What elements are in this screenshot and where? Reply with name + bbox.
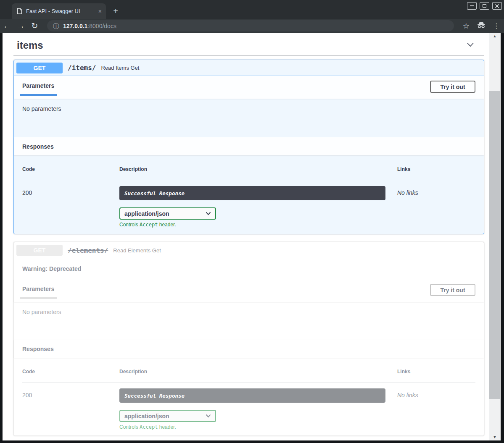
operation-path: /items/: [68, 64, 96, 72]
opblock-get-items: GET /items/ Read Items Get Parameters Tr…: [13, 60, 484, 234]
forward-icon[interactable]: →: [14, 22, 28, 30]
browser-tab[interactable]: Fast API - Swagger UI ×: [12, 3, 106, 19]
response-code: 200: [22, 388, 119, 430]
media-type-select[interactable]: application/json: [119, 207, 216, 220]
opblock-get-elements-deprecated: GET /elements/ Read Elements Get Warning…: [13, 242, 484, 436]
parameters-header: Parameters Try it out: [14, 76, 484, 99]
url-path: :8000/docs: [87, 23, 116, 29]
tab-strip: Fast API - Swagger UI × +: [0, 0, 504, 19]
page-favicon-icon: [17, 8, 22, 14]
browser-toolbar: ← → ↻ ⓘ 127.0.0.1:8000/docs: [0, 19, 504, 33]
hint-code: Accept: [140, 424, 158, 430]
parameters-tab[interactable]: Parameters: [20, 82, 57, 96]
operation-path: /elements/: [68, 246, 108, 254]
try-it-out-button[interactable]: Try it out: [430, 81, 475, 93]
toolbar-actions: ☆ ⋮: [463, 19, 500, 33]
response-row: 200 Successful Response application/json…: [22, 186, 475, 228]
media-type-value: application/json: [124, 413, 169, 419]
response-row: 200 Successful Response application/json…: [22, 388, 475, 430]
response-description-box: Successful Response: [119, 186, 385, 200]
back-icon[interactable]: ←: [0, 22, 14, 30]
chevron-down-icon[interactable]: [466, 40, 475, 51]
responses-title: Responses: [22, 143, 54, 150]
window-controls: [467, 2, 502, 10]
opblock-summary[interactable]: GET /elements/ Read Elements Get: [14, 242, 484, 258]
no-parameters-text: No parameters: [14, 99, 484, 137]
description-column-header: Description: [119, 166, 397, 172]
hint-suffix: header.: [158, 222, 176, 228]
description-column-header: Description: [119, 369, 397, 375]
incognito-icon: [477, 21, 486, 30]
minimize-icon: [470, 5, 474, 6]
new-tab-button[interactable]: +: [110, 6, 121, 17]
method-badge: GET: [16, 245, 63, 256]
hint-suffix: header.: [158, 424, 176, 430]
response-links: No links: [397, 186, 475, 228]
code-column-header: Code: [22, 369, 119, 375]
maximize-button[interactable]: [480, 2, 489, 10]
bookmark-star-icon[interactable]: ☆: [463, 21, 470, 31]
minimize-button[interactable]: [467, 2, 477, 10]
responses-table-head: Code Description Links: [22, 166, 475, 180]
response-links: No links: [397, 388, 475, 430]
response-description-cell: Successful Response application/json Con…: [119, 186, 397, 228]
tab-title: Fast API - Swagger UI: [26, 8, 95, 14]
media-type-value: application/json: [124, 210, 169, 217]
response-description-cell: Successful Response application/json Con…: [119, 388, 397, 430]
opblock-summary[interactable]: GET /items/ Read Items Get: [14, 60, 484, 76]
tag-title: items: [17, 39, 43, 51]
close-button[interactable]: [492, 2, 502, 10]
deprecated-warning-row: Warning: Deprecated: [14, 258, 484, 279]
accept-header-hint: Controls Accept header.: [119, 424, 397, 430]
links-column-header: Links: [397, 369, 475, 375]
page-scrollbar[interactable]: ▲ ▼: [489, 33, 501, 440]
hint-code: Accept: [140, 222, 158, 228]
reload-icon[interactable]: ↻: [28, 22, 42, 30]
close-icon: [495, 4, 499, 8]
no-parameters-text: No parameters: [14, 302, 484, 340]
site-info-icon[interactable]: ⓘ: [53, 23, 59, 29]
maximize-icon: [483, 4, 486, 8]
links-column-header: Links: [397, 166, 475, 172]
page-content: items GET /items/ Read Items Get Paramet…: [3, 33, 489, 440]
parameters-header: Parameters Try it out: [14, 279, 484, 302]
scroll-up-icon[interactable]: ▲: [489, 33, 501, 39]
tag-section-header[interactable]: items: [13, 38, 484, 53]
hint-prefix: Controls: [119, 222, 140, 228]
responses-header: Responses: [14, 340, 484, 358]
code-column-header: Code: [22, 166, 119, 172]
operation-summary: Read Elements Get: [113, 247, 161, 254]
response-description: Successful Response: [124, 190, 185, 197]
method-badge: GET: [16, 63, 63, 73]
select-chevron-icon: [206, 414, 211, 418]
media-type-select[interactable]: application/json: [119, 410, 216, 422]
try-it-out-button[interactable]: Try it out: [430, 284, 475, 296]
deprecated-warning: Warning: Deprecated: [22, 265, 81, 272]
tab-close-icon[interactable]: ×: [98, 8, 102, 14]
select-chevron-icon: [206, 212, 211, 215]
response-description-box: Successful Response: [119, 388, 385, 403]
response-code: 200: [22, 186, 119, 228]
responses-table: Code Description Links 200 Successful Re…: [14, 155, 484, 234]
tag-divider: [13, 55, 484, 56]
url-host: 127.0.0.1: [63, 23, 87, 29]
accept-header-hint: Controls Accept header.: [119, 222, 397, 228]
response-description: Successful Response: [124, 393, 185, 399]
responses-table: Code Description Links 200 Successful Re…: [14, 358, 484, 435]
scrollbar-thumb[interactable]: [489, 91, 500, 399]
parameters-tab[interactable]: Parameters: [20, 286, 57, 299]
responses-table-head: Code Description Links: [22, 369, 475, 383]
responses-title: Responses: [22, 346, 54, 352]
hint-prefix: Controls: [119, 424, 140, 430]
responses-header: Responses: [14, 137, 484, 155]
operation-summary: Read Items Get: [101, 65, 139, 71]
url-text: 127.0.0.1:8000/docs: [63, 23, 116, 29]
scroll-down-icon[interactable]: ▼: [489, 434, 501, 440]
browser-menu-icon[interactable]: ⋮: [493, 22, 500, 30]
address-bar[interactable]: ⓘ 127.0.0.1:8000/docs: [47, 20, 454, 31]
